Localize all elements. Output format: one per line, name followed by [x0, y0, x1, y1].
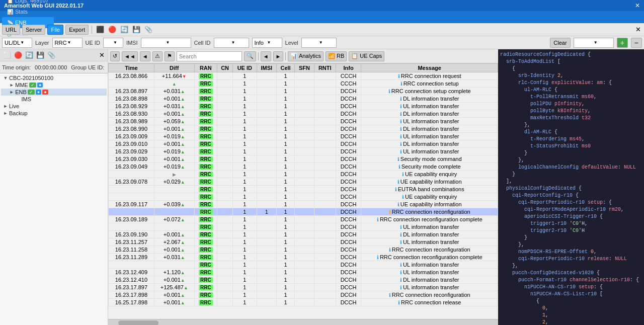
- table-row[interactable]: 16.25.17.898 +0.001▲ RRC 1 1 DCCH ℹRRC c…: [109, 299, 498, 306]
- col-header-diff[interactable]: Diff: [154, 64, 194, 72]
- tree-item-enb[interactable]: ►ENB✓●●: [1, 89, 107, 96]
- table-row[interactable]: 16.23.17.898 +0.001▲ RRC 1 1 DCCH ℹRRC c…: [109, 291, 498, 299]
- flag-button[interactable]: ⚑: [165, 51, 175, 61]
- table-row[interactable]: 16.23.08.897 +0.031▲ RRC 1 1 DCCH ℹRRC c…: [109, 88, 498, 95]
- icon-btn-2[interactable]: 🔴: [107, 26, 117, 33]
- search-icon-button[interactable]: 🔍: [244, 51, 256, 61]
- table-row[interactable]: 16.23.09.189 +0.072▲ RRC 1 1 DCCH ℹRRC c…: [109, 216, 498, 223]
- table-row[interactable]: RRC 1 1 DCCH ℹUE capability enquiry: [109, 193, 498, 201]
- table-row[interactable]: 16.23.09.009 +0.019▲ RRC 1 1 DCCH ℹUL in…: [109, 133, 498, 140]
- url-button[interactable]: URL: [2, 25, 20, 35]
- table-row[interactable]: 16.23.09.190 +0.001▲ RRC 1 1 DCCH ℹDL in…: [109, 231, 498, 238]
- rb-button[interactable]: 📶 RB: [326, 51, 347, 61]
- tree-toggle-backup[interactable]: ►: [3, 111, 8, 116]
- col-header-cell[interactable]: Cell: [276, 64, 294, 72]
- table-row[interactable]: RRC 1 1 DCCH ℹUL information transfer: [109, 223, 498, 231]
- file-button[interactable]: File: [47, 25, 63, 35]
- tree-item-ims[interactable]: IMS: [1, 96, 107, 103]
- ue-id-filter[interactable]: ▼: [103, 38, 123, 48]
- server-button[interactable]: Server: [22, 25, 45, 35]
- horizontal-scroll[interactable]: [108, 319, 498, 325]
- col-header-ran[interactable]: RAN: [194, 64, 217, 72]
- add-filter-button[interactable]: +: [617, 38, 628, 48]
- col-header-cn[interactable]: CN: [217, 64, 233, 72]
- table-row[interactable]: 16.23.12.410 +0.001▲ RRC 1 1 DCCH ℹDL in…: [109, 276, 498, 284]
- back-nav-button[interactable]: ◄◄: [122, 51, 138, 61]
- extra-filter[interactable]: ▼: [574, 38, 614, 48]
- layer-filter[interactable]: RRC ▼: [52, 38, 83, 48]
- table-row[interactable]: 16.23.17.897 +125.487▲ RRC 1 1 DCCH ℹUL …: [109, 284, 498, 291]
- table-row[interactable]: 16.23.08.930 +0.001▲ RRC 1 1 DCCH ℹDL in…: [109, 110, 498, 118]
- tree-toggle-mme[interactable]: ►: [9, 83, 14, 88]
- cell-diff: [154, 208, 194, 216]
- tree-item-backup[interactable]: ►Backup: [1, 110, 107, 117]
- table-row[interactable]: 16.23.09.049 +0.019▲ RRC 1 1 DCCH ℹSecur…: [109, 163, 498, 171]
- col-header-sfn[interactable]: SFN: [295, 64, 314, 72]
- analytics-button[interactable]: 📊 Analytics: [288, 51, 323, 61]
- info-filter[interactable]: Info ▼: [252, 38, 282, 48]
- table-row[interactable]: RRC 1 1 1 DCCH ℹRRC connection reconfigu…: [109, 208, 498, 216]
- col-header-message[interactable]: Message: [361, 64, 498, 72]
- table-row[interactable]: 16.23.12.409 +1.120▲ RRC 1 1 DCCH ℹUL in…: [109, 269, 498, 276]
- cell-id-filter[interactable]: ▼: [214, 38, 249, 48]
- table-row[interactable]: 16.23.09.078 +0.029▲ RRC 1 1 DCCH ℹUE ca…: [109, 178, 498, 186]
- col-header-imsi[interactable]: IMSI: [257, 64, 276, 72]
- imsi-filter[interactable]: ▼: [141, 38, 191, 48]
- tree-toggle-cbc[interactable]: ▼: [3, 75, 8, 80]
- table-row[interactable]: 16.23.09.030 +0.001▲ RRC 1 1 DCCH ℹSecur…: [109, 155, 498, 163]
- clear-button[interactable]: Clear: [550, 38, 570, 48]
- remove-filter-button[interactable]: −: [631, 38, 642, 48]
- close-button[interactable]: ✕: [635, 2, 640, 9]
- table-row[interactable]: ▶ RRC 1 1 DCCH ℹUE capability enquiry: [109, 171, 498, 178]
- table-row[interactable]: 16.23.11.258 +0.001▲ RRC 1 1 DCCH ℹRRC c…: [109, 246, 498, 254]
- panel-btn-5[interactable]: 📎: [46, 51, 56, 59]
- icon-btn-3[interactable]: 🔄: [119, 26, 129, 33]
- icon-btn-4[interactable]: 💾: [131, 26, 141, 33]
- export-button[interactable]: Export: [65, 25, 89, 35]
- table-row[interactable]: RRC 1 1 DCCH ℹEUTRA band combinations: [109, 186, 498, 193]
- search-input[interactable]: [177, 51, 242, 61]
- table-row[interactable]: 16.23.09.029 +0.019▲ RRC 1 1 DCCH ℹUL in…: [109, 148, 498, 155]
- tree-item-mme[interactable]: ►MME✓●: [1, 82, 107, 89]
- table-row[interactable]: 16.23.09.117 +0.039▲ RRC 1 1 DCCH ℹUE ca…: [109, 201, 498, 208]
- table-row[interactable]: 16.23.08.989 +0.059▲ RRC 1 1 DCCH ℹUL in…: [109, 118, 498, 125]
- table-row[interactable]: 16.23.11.289 +0.031▲ RRC 1 1 DCCH ℹRRC c…: [109, 254, 498, 261]
- ue-caps-button[interactable]: 📋 UE Caps: [349, 51, 384, 61]
- table-row[interactable]: ▲ RRC 1 1 CCCH ℹRRC connection setup: [109, 80, 498, 88]
- cell-sfn: [295, 125, 314, 133]
- panel-btn-1[interactable]: ⬜: [2, 51, 12, 59]
- panel-btn-4[interactable]: 💾: [35, 51, 45, 59]
- col-header-time[interactable]: Time: [109, 64, 154, 72]
- level-filter[interactable]: ▼: [301, 38, 337, 48]
- table-row[interactable]: 16.23.08.898 +0.001▲ RRC 1 1 DCCH ℹDL in…: [109, 95, 498, 103]
- close-panel-button[interactable]: ✕: [634, 26, 642, 33]
- col-header-info[interactable]: Info: [336, 64, 361, 72]
- table-row[interactable]: 16.23.09.010 +0.001▲ RRC 1 1 DCCH ℹDL in…: [109, 140, 498, 148]
- panel-btn-2[interactable]: 🔴: [13, 51, 23, 59]
- tree-item-live[interactable]: ►Live: [1, 103, 107, 110]
- tab-stats[interactable]: 📊Stats: [2, 6, 54, 17]
- table-row[interactable]: 16.23.08.990 +0.001▲ RRC 1 1 DCCH ℹDL in…: [109, 125, 498, 133]
- fwd-nav-button[interactable]: ◄: [140, 51, 150, 61]
- tree-toggle-enb[interactable]: ►: [9, 90, 14, 95]
- table-row[interactable]: 16.23.11.257 +2.067▲ RRC 1 1 DCCH ℹUL in…: [109, 238, 498, 246]
- tab-logs[interactable]: 📋Logs: 469107: [2, 0, 54, 6]
- panel-close-button[interactable]: ✕: [98, 51, 106, 59]
- nav-right-button[interactable]: ►: [273, 51, 284, 61]
- cell-cn: [217, 103, 233, 110]
- table-row[interactable]: 16.23.08.929 +0.031▲ RRC 1 1 DCCH ℹUL in…: [109, 103, 498, 110]
- refresh-button[interactable]: ↺: [110, 51, 120, 61]
- col-header-ue-id[interactable]: UE ID: [233, 64, 257, 72]
- nav-left-button[interactable]: ◄: [261, 51, 271, 61]
- warn-button[interactable]: ⚠: [152, 51, 163, 61]
- table-row[interactable]: RRC 1 1 DCCH ℹUL information transfer: [109, 261, 498, 269]
- tree-toggle-live[interactable]: ►: [3, 104, 8, 109]
- col-header-rnti[interactable]: RNTI: [314, 64, 336, 72]
- panel-btn-3[interactable]: 🔄: [24, 51, 34, 59]
- icon-btn-1[interactable]: ⬛: [95, 26, 105, 33]
- icon-btn-5[interactable]: 📎: [143, 26, 153, 33]
- tree-item-cbc[interactable]: ▼CBC-2021050100: [1, 74, 107, 82]
- ul-dl-filter[interactable]: UL/DL ▼: [2, 38, 32, 48]
- table-row[interactable]: 16.23.08.866 +11.664▼ RRC 1 1 CCCH ℹRRC …: [109, 72, 498, 80]
- cell-cell: 1: [276, 163, 294, 171]
